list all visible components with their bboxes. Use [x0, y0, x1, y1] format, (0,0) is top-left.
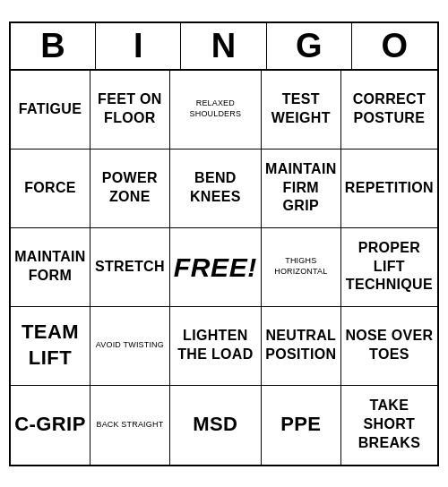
- bingo-header-letter: B: [11, 23, 96, 69]
- cell-text: POWER ZONE: [94, 169, 166, 207]
- cell-text: PPE: [280, 412, 321, 438]
- cell-text: BACK STRAIGHT: [96, 420, 163, 431]
- bingo-grid: FATIGUEFEET ON FLOORRELAXED SHOULDERSTES…: [11, 71, 437, 465]
- bingo-cell: C-GRIP: [11, 386, 90, 465]
- bingo-cell: THIGHS HORIZONTAL: [262, 228, 341, 307]
- bingo-cell: NEUTRAL POSITION: [262, 307, 341, 386]
- bingo-cell: STRETCH: [90, 228, 170, 307]
- cell-text: CORRECT POSTURE: [345, 90, 434, 128]
- cell-text: MSD: [193, 412, 237, 438]
- bingo-cell: AVOID TWISTING: [90, 307, 170, 386]
- bingo-cell: FORCE: [11, 150, 90, 228]
- cell-text: TAKE SHORT BREAKS: [345, 397, 434, 452]
- cell-text: TEAM LIFT: [14, 320, 86, 371]
- cell-text: AVOID TWISTING: [96, 340, 164, 351]
- cell-text: C-GRIP: [14, 412, 86, 438]
- bingo-cell: TEAM LIFT: [11, 307, 90, 386]
- bingo-cell: MAINTAIN FIRM GRIP: [262, 150, 341, 228]
- bingo-cell: CORRECT POSTURE: [341, 71, 437, 150]
- bingo-cell: PROPER LIFT TECHNIQUE: [341, 228, 437, 307]
- cell-text: NOSE OVER TOES: [345, 327, 434, 364]
- bingo-cell: TEST WEIGHT: [262, 71, 341, 150]
- cell-text: RELAXED SHOULDERS: [174, 98, 257, 119]
- cell-text: STRETCH: [95, 258, 165, 277]
- cell-text: TEST WEIGHT: [265, 90, 337, 128]
- cell-text: NEUTRAL POSITION: [265, 327, 337, 364]
- cell-text: FATIGUE: [19, 100, 82, 119]
- bingo-cell: FATIGUE: [11, 71, 90, 150]
- bingo-cell: TAKE SHORT BREAKS: [341, 386, 437, 465]
- bingo-cell: RELAXED SHOULDERS: [170, 71, 262, 150]
- bingo-header-letter: N: [181, 23, 266, 69]
- cell-text: MAINTAIN FORM: [14, 248, 86, 286]
- bingo-header: BINGO: [11, 23, 437, 71]
- bingo-cell: MSD: [170, 386, 262, 465]
- cell-text: PROPER LIFT TECHNIQUE: [345, 239, 434, 295]
- cell-text: THIGHS HORIZONTAL: [265, 256, 337, 277]
- bingo-cell: LIGHTEN THE LOAD: [170, 307, 262, 386]
- bingo-card: BINGO FATIGUEFEET ON FLOORRELAXED SHOULD…: [9, 21, 439, 466]
- bingo-cell: BEND KNEES: [170, 150, 262, 228]
- cell-text: FEET ON FLOOR: [94, 90, 166, 128]
- bingo-header-letter: O: [352, 23, 437, 69]
- bingo-cell: BACK STRAIGHT: [90, 386, 170, 465]
- bingo-header-letter: G: [267, 23, 352, 69]
- bingo-cell: REPETITION: [341, 150, 437, 228]
- bingo-cell: PPE: [262, 386, 341, 465]
- cell-text: Free!: [174, 250, 257, 285]
- cell-text: BEND KNEES: [174, 169, 257, 207]
- bingo-cell: FEET ON FLOOR: [90, 71, 170, 150]
- bingo-cell: NOSE OVER TOES: [341, 307, 437, 386]
- cell-text: FORCE: [24, 179, 76, 198]
- cell-text: MAINTAIN FIRM GRIP: [265, 160, 337, 216]
- bingo-cell: MAINTAIN FORM: [11, 228, 90, 307]
- cell-text: REPETITION: [345, 179, 434, 198]
- bingo-cell: Free!: [170, 228, 262, 307]
- cell-text: LIGHTEN THE LOAD: [174, 327, 257, 364]
- bingo-header-letter: I: [96, 23, 181, 69]
- bingo-cell: POWER ZONE: [90, 150, 170, 228]
